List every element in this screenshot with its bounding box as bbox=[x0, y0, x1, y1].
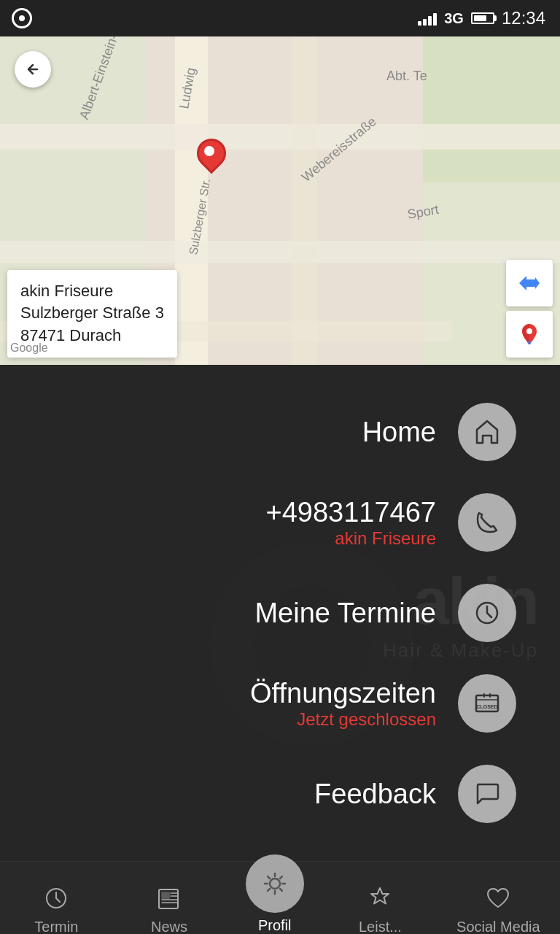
feedback-label: Feedback bbox=[314, 779, 436, 810]
map-street: Sulzberger Straße 3 bbox=[20, 302, 164, 325]
phone-icon-circle bbox=[458, 493, 516, 552]
menu-item-phone[interactable]: +4983117467 akin Friseure bbox=[0, 477, 560, 568]
gear-nav-icon bbox=[257, 866, 292, 901]
heart-nav-icon bbox=[483, 884, 513, 913]
termine-label: Meine Termine bbox=[254, 598, 436, 629]
signal-icon bbox=[418, 11, 437, 26]
directions-button[interactable] bbox=[506, 260, 553, 306]
nav-item-news[interactable]: News bbox=[133, 882, 206, 934]
map-section: Albert-Einstein- Ludwig Sulzberger Str. … bbox=[0, 36, 560, 365]
profil-center-icon bbox=[246, 854, 304, 913]
menu-item-home[interactable]: Home bbox=[0, 387, 560, 477]
newspaper-nav-icon bbox=[155, 884, 184, 913]
svg-text:Abt. Te: Abt. Te bbox=[386, 69, 427, 83]
home-icon-circle bbox=[458, 403, 516, 461]
news-nav-label: News bbox=[151, 919, 187, 934]
nav-item-leistungen[interactable]: Leist... bbox=[343, 882, 416, 934]
status-bar-right: 3G 12:34 bbox=[418, 8, 545, 28]
social-nav-icon bbox=[482, 882, 514, 914]
home-icon bbox=[472, 417, 502, 447]
map-business-name: akin Friseure bbox=[20, 280, 164, 303]
feedback-icon-circle bbox=[458, 765, 516, 823]
status-bar: 3G 12:34 bbox=[0, 0, 560, 36]
nav-item-termin[interactable]: Termin bbox=[20, 882, 93, 934]
home-label: Home bbox=[362, 417, 436, 448]
termin-nav-label: Termin bbox=[34, 919, 78, 934]
google-maps-icon: G bbox=[516, 321, 542, 347]
phone-label: +4983117467 bbox=[265, 497, 436, 528]
map-action-buttons: G bbox=[506, 260, 553, 358]
nav-item-profil[interactable]: Profil bbox=[246, 854, 304, 934]
oeffnung-sublabel: Jetzt geschlossen bbox=[250, 709, 436, 730]
status-time: 12:34 bbox=[502, 8, 545, 28]
clock-nav-icon bbox=[42, 884, 71, 913]
menu-item-termine[interactable]: Meine Termine bbox=[0, 568, 560, 658]
svg-rect-2 bbox=[423, 36, 560, 182]
phone-icon bbox=[472, 507, 502, 538]
camera-dot bbox=[19, 15, 25, 21]
map-pin bbox=[197, 139, 226, 168]
nav-item-social[interactable]: Social Media bbox=[456, 882, 540, 934]
camera-icon bbox=[12, 8, 32, 28]
social-nav-label: Social Media bbox=[456, 919, 540, 934]
news-nav-icon bbox=[153, 882, 185, 914]
battery-fill bbox=[474, 15, 486, 21]
phone-sublabel: akin Friseure bbox=[265, 528, 436, 549]
oeffnung-icon-circle: CLOSED bbox=[458, 674, 516, 733]
leistungen-nav-icon bbox=[364, 882, 396, 914]
network-label: 3G bbox=[444, 10, 464, 27]
google-logo: Google bbox=[10, 341, 48, 355]
svg-point-24 bbox=[270, 879, 280, 889]
profil-nav-label: Profil bbox=[258, 917, 292, 934]
svg-rect-7 bbox=[292, 36, 317, 365]
battery-icon bbox=[471, 12, 494, 24]
svg-rect-23 bbox=[162, 892, 169, 898]
svg-text:G: G bbox=[527, 340, 532, 345]
content-section: akin Hair & Make-Up Home +4983117467 aki… bbox=[0, 365, 560, 861]
bottom-nav: Termin News Profil Leist... bbox=[0, 861, 560, 934]
back-arrow-icon bbox=[23, 59, 43, 80]
menu-item-feedback[interactable]: Feedback bbox=[0, 749, 560, 839]
leistungen-nav-label: Leist... bbox=[359, 919, 402, 934]
svg-rect-6 bbox=[0, 241, 560, 263]
directions-icon bbox=[516, 270, 542, 296]
termine-clock-icon bbox=[472, 598, 502, 628]
svg-point-15 bbox=[526, 328, 532, 334]
pin-dot bbox=[204, 146, 214, 156]
svg-rect-5 bbox=[0, 124, 560, 150]
svg-text:CLOSED: CLOSED bbox=[476, 704, 497, 709]
menu-item-oeffnung[interactable]: Öffnungszeiten Jetzt geschlossen CLOSED bbox=[0, 658, 560, 749]
termin-nav-icon bbox=[40, 882, 72, 914]
status-bar-left bbox=[12, 8, 32, 28]
star-nav-icon bbox=[365, 884, 394, 913]
feedback-chat-icon bbox=[472, 779, 502, 809]
map-back-button[interactable] bbox=[15, 51, 51, 88]
oeffnung-label: Öffnungszeiten bbox=[250, 678, 436, 709]
google-maps-button[interactable]: G bbox=[506, 311, 553, 358]
termine-icon-circle bbox=[458, 584, 516, 642]
closed-sign-icon: CLOSED bbox=[472, 688, 502, 719]
